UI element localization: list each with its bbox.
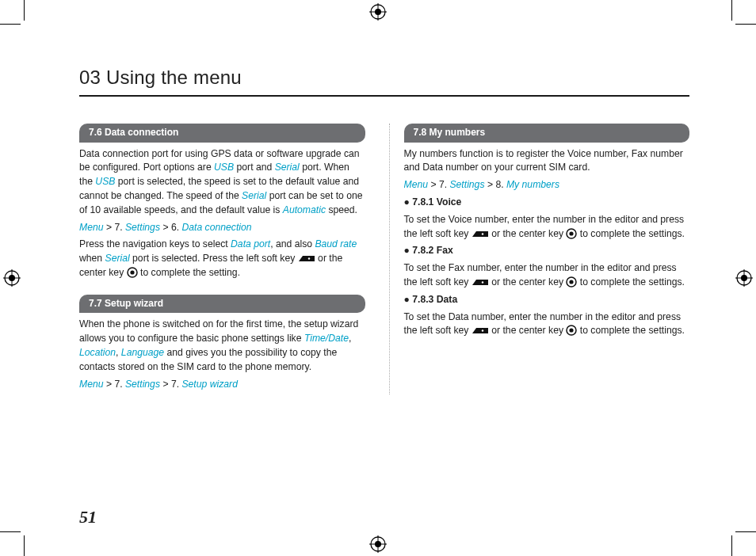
left-soft-key-icon: [298, 254, 315, 264]
svg-point-25: [482, 330, 483, 332]
svg-point-22: [482, 281, 483, 283]
left-soft-key-icon: [472, 230, 489, 239]
center-key-icon: [566, 325, 577, 336]
nav-path: Menu > 7. Settings > 6. Data connection: [79, 221, 365, 235]
registration-mark-icon: [735, 269, 753, 287]
chapter-title: 03 Using the menu: [79, 67, 689, 95]
left-column: 7.6 Data connection Data connection port…: [79, 124, 365, 394]
crop-mark: [0, 24, 21, 25]
section-heading-7-7: 7.7 Setup wizard: [79, 295, 365, 314]
manual-page: 03 Using the menu 7.6 Data connection Da…: [0, 0, 756, 556]
body-text: To set the Data number, enter the number…: [404, 310, 690, 339]
center-key-icon: [566, 276, 577, 288]
svg-point-18: [130, 270, 134, 274]
page-number: 51: [79, 507, 97, 527]
body-text: My numbers function is to register the V…: [404, 147, 690, 176]
term-serial: Serial: [275, 162, 300, 173]
body-text: To set the Fax number, enter the number …: [404, 261, 690, 290]
body-text: Data connection port for using GPS data …: [79, 147, 365, 218]
svg-point-19: [482, 233, 483, 234]
nav-path: Menu > 7. Settings > 7. Setup wizard: [79, 378, 365, 392]
right-column: 7.8 My numbers My numbers function is to…: [389, 124, 690, 394]
crop-mark: [731, 535, 732, 556]
term-usb: USB: [214, 162, 234, 173]
section-heading-7-6: 7.6 Data connection: [79, 124, 365, 143]
nav-path: Menu > 7. Settings > 8. My numbers: [404, 178, 690, 192]
center-key-icon: [127, 267, 138, 278]
term-usb: USB: [95, 176, 115, 187]
subsection-7-8-3: ● 7.8.3 Data: [404, 293, 690, 307]
left-soft-key-icon: [472, 278, 489, 288]
body-text: Press the navigation keys to select Data…: [79, 238, 365, 280]
term-serial: Serial: [242, 190, 266, 201]
body-text: When the phone is switched on for the fi…: [79, 318, 365, 374]
center-key-icon: [566, 228, 577, 239]
left-soft-key-icon: [472, 326, 489, 336]
svg-point-16: [308, 258, 310, 260]
svg-point-24: [570, 280, 574, 284]
registration-mark-icon: [3, 269, 21, 287]
svg-point-21: [570, 231, 574, 235]
two-column-layout: 7.6 Data connection Data connection port…: [79, 124, 689, 394]
crop-mark: [735, 24, 756, 25]
title-rule: [79, 95, 689, 97]
registration-mark-icon: [369, 535, 387, 553]
body-text: To set the Voice number, enter the numbe…: [404, 213, 690, 242]
crop-mark: [0, 531, 21, 532]
subsection-7-8-1: ● 7.8.1 Voice: [404, 196, 690, 210]
subsection-7-8-2: ● 7.8.2 Fax: [404, 244, 690, 258]
svg-point-27: [570, 329, 574, 333]
crop-mark: [731, 0, 732, 21]
registration-mark-icon: [369, 3, 387, 21]
section-heading-7-8: 7.8 My numbers: [404, 124, 690, 143]
term-data-port: Data port: [231, 238, 270, 249]
crop-mark: [24, 0, 25, 21]
crop-mark: [735, 531, 756, 532]
page-content: 03 Using the menu 7.6 Data connection Da…: [79, 67, 689, 394]
crop-mark: [24, 535, 25, 556]
term-baud-rate: Baud rate: [315, 238, 357, 249]
term-automatic: Automatic: [283, 204, 326, 215]
